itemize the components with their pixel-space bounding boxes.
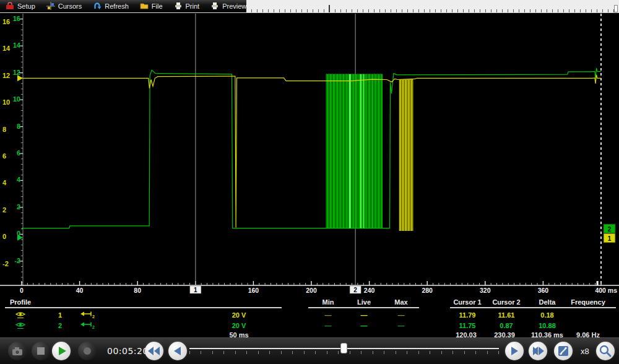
transport-bar: 00:05:203 x8 — [0, 337, 619, 364]
menu-file-label: File — [152, 2, 163, 10]
svg-text:2: 2 — [92, 314, 95, 319]
ch2-cursor1-value: 11.75 — [446, 322, 489, 329]
y-label-ch2: 2 — [17, 203, 20, 210]
play-button[interactable] — [52, 342, 71, 360]
ch1-pulse-burst — [399, 80, 413, 232]
ch1-min: — — [313, 311, 344, 319]
preview-icon — [210, 2, 219, 11]
seek-slider-thumb[interactable] — [340, 343, 347, 353]
stop-button[interactable] — [32, 342, 50, 360]
ch2-delta-value: 10.88 — [526, 322, 569, 329]
ch2-zero-marker-label: 2 — [608, 226, 612, 233]
ch1-zero-marker-label: 1 — [608, 235, 612, 242]
ch1-max: — — [386, 311, 417, 319]
y-label-ch2: 12 — [13, 69, 20, 76]
y-label-ch1: 8 — [2, 126, 6, 133]
zoom-button[interactable] — [596, 342, 615, 360]
col-header-min: Min — [313, 298, 344, 306]
menu-preview[interactable]: Preview — [205, 0, 252, 12]
y-label-ch2: 10 — [13, 95, 20, 103]
menu-strip: Setup Cursors Refresh File Print Preview — [0, 0, 246, 12]
y-label-ch1: 4 — [2, 179, 7, 186]
fast-forward-button[interactable] — [529, 342, 547, 360]
col-header-cursor2: Cursor 2 — [485, 298, 528, 306]
menu-print[interactable]: Print — [168, 0, 206, 12]
menu-refresh-label: Refresh — [105, 2, 129, 10]
ch1-range: 20 V — [220, 311, 258, 319]
ch2-max: — — [386, 322, 417, 329]
svg-text:2: 2 — [92, 325, 95, 329]
y-label-ch1: 16 — [2, 18, 10, 25]
ch1-live: — — [348, 311, 379, 319]
col-header-frequency: Frequency — [563, 298, 613, 306]
menu-print-label: Print — [186, 2, 200, 10]
print-icon — [174, 2, 183, 11]
y-label-ch1: 0 — [2, 233, 6, 240]
ch2-cursor2-value: 0.87 — [485, 322, 528, 329]
ch1-cursor1-value: 11.79 — [446, 311, 489, 319]
ch1-level-arrow[interactable] — [17, 75, 23, 81]
menu-preview-label: Preview — [222, 2, 246, 10]
record-button[interactable] — [78, 342, 97, 360]
x-label: 240 — [364, 287, 375, 294]
ch2-visibility-eye-icon[interactable] — [15, 321, 26, 331]
x-label: 80 — [134, 287, 141, 294]
y-label-ch1: -2 — [2, 260, 9, 267]
menu-refresh[interactable]: Refresh — [87, 0, 134, 12]
ch1-number: 1 — [51, 311, 69, 319]
col-header-max: Max — [386, 298, 417, 306]
ch2-live: — — [348, 322, 379, 329]
scope-plot: -2-2002244668810101212141416160408016020… — [0, 13, 619, 296]
skip-back-button[interactable] — [145, 342, 163, 360]
x-label: 200 — [306, 287, 317, 294]
fit-view-button[interactable] — [554, 342, 573, 360]
y-label-ch1: 14 — [2, 45, 11, 52]
col-header-live: Live — [348, 298, 379, 306]
y-label-ch2: -2 — [14, 257, 20, 264]
y-label-ch1: 6 — [2, 152, 6, 160]
ch1-probe-icon[interactable]: 2 — [80, 311, 95, 320]
snapshot-camera-button[interactable] — [8, 342, 27, 360]
menu-setup[interactable]: Setup — [0, 0, 41, 12]
col-header-delta: Delta — [526, 298, 569, 306]
x-label: 320 — [480, 287, 491, 294]
top-ruler[interactable] — [246, 0, 619, 12]
x-label: 280 — [422, 287, 433, 294]
menu-cursors-label: Cursors — [58, 2, 82, 10]
menu-file[interactable]: File — [134, 0, 168, 12]
zoom-factor-label: x8 — [581, 347, 589, 356]
ch2-probe-icon[interactable]: 2 — [80, 321, 95, 331]
y-label-ch2: 16 — [13, 15, 20, 22]
y-label-ch2: 4 — [17, 176, 21, 183]
x-label: 400 ms — [595, 287, 617, 294]
file-icon — [140, 2, 149, 11]
profile-rule-mid — [308, 307, 419, 308]
ch2-pulse-burst — [326, 74, 383, 228]
cursor-2-flag-label: 2 — [353, 287, 357, 293]
y-label-ch1: 2 — [2, 206, 6, 214]
cursors-icon — [46, 2, 55, 11]
menu-bar: Setup Cursors Refresh File Print Preview — [0, 0, 619, 13]
x-label: 360 — [538, 287, 549, 294]
step-forward-button[interactable] — [505, 342, 524, 360]
step-back-button[interactable] — [168, 342, 187, 360]
x-label: 160 — [248, 287, 259, 294]
ch1-visibility-eye-icon[interactable] — [15, 311, 26, 320]
menu-setup-label: Setup — [17, 2, 35, 10]
x-label: 40 — [76, 287, 84, 294]
col-header-cursor1: Cursor 1 — [446, 298, 489, 306]
top-ruler-end-marker — [614, 5, 618, 12]
menu-cursors[interactable]: Cursors — [41, 0, 88, 12]
ch1-cursor2-value: 11.61 — [485, 311, 528, 319]
ch2-number: 2 — [51, 322, 69, 329]
profile-panel: Profile Min Live Max Cursor 1 Cursor 2 D… — [0, 296, 619, 337]
top-ruler-divider — [329, 5, 330, 12]
ch2-min: — — [313, 322, 344, 329]
refresh-icon — [93, 2, 102, 11]
setup-icon — [6, 2, 14, 11]
trigger-marker — [597, 281, 599, 285]
y-label-ch2: 14 — [13, 41, 21, 49]
ch1-delta-value: 0.18 — [526, 311, 569, 319]
y-label-ch2: 8 — [17, 123, 20, 130]
profile-title: Profile — [10, 298, 31, 306]
